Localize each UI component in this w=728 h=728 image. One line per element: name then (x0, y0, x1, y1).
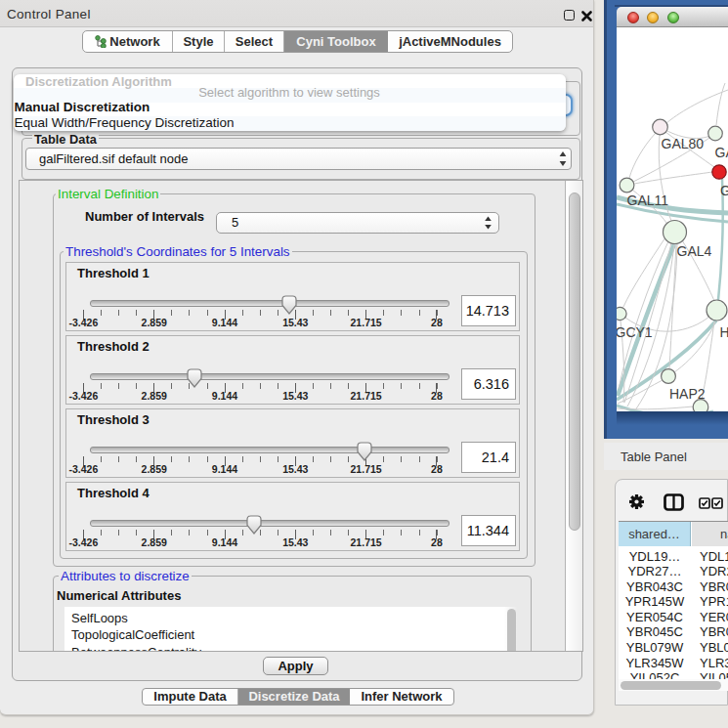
svg-text:GAL80: GAL80 (662, 136, 705, 151)
svg-text:HIS4: HIS4 (720, 324, 728, 340)
svg-text:GAL3: GAL3 (715, 145, 728, 160)
svg-text:GAL4: GAL4 (677, 243, 712, 259)
svg-text:GCR1: GCR1 (720, 183, 728, 198)
svg-text:GCY1: GCY1 (617, 324, 653, 340)
svg-text:HAP2: HAP2 (669, 386, 706, 402)
svg-text:GAL11: GAL11 (627, 193, 669, 208)
